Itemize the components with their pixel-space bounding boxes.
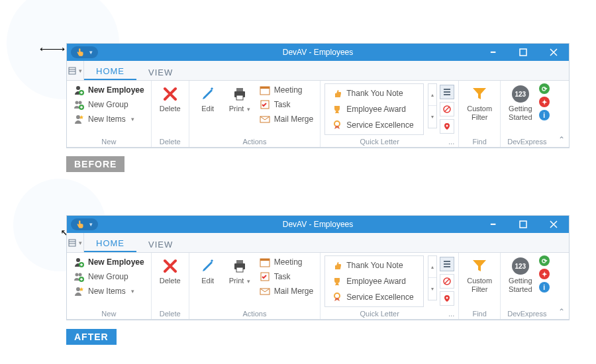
label: New Items	[88, 287, 126, 296]
gallery-item-service[interactable]: Service Excellence	[329, 118, 419, 132]
label: Started	[509, 113, 532, 121]
label: Print	[229, 277, 244, 285]
print-button[interactable]: Print ▾	[225, 83, 254, 114]
list-view-button[interactable]	[440, 257, 454, 271]
up-arrow-icon[interactable]: ▴	[428, 256, 436, 278]
gallery-item-service[interactable]: Service Excellence	[329, 291, 419, 304]
label: New Employee	[88, 257, 144, 267]
task-button[interactable]: Task	[257, 98, 316, 111]
down-arrow-icon[interactable]: ▾	[428, 278, 436, 300]
close-button[interactable]	[538, 44, 569, 61]
print-button[interactable]: Print ▾	[225, 255, 254, 287]
task-button[interactable]: Task	[257, 270, 316, 283]
label: Custom	[467, 277, 492, 285]
svg-point-4	[76, 86, 80, 90]
green-dot-icon[interactable]: ⟳	[539, 255, 550, 266]
tab-home[interactable]: HOME	[84, 62, 136, 80]
tab-view[interactable]: VIEW	[136, 236, 185, 252]
label: Getting	[509, 105, 532, 113]
gallery-item-award[interactable]: Employee Award	[329, 103, 419, 116]
map-pin-button[interactable]	[440, 291, 454, 306]
collapse-ribbon-button[interactable]: ⌃	[558, 135, 565, 144]
qat-touch-button[interactable]: ▾	[71, 218, 98, 230]
label: Task	[274, 272, 291, 281]
red-dot-icon[interactable]: ✦	[539, 269, 550, 279]
maximize-button[interactable]	[508, 44, 538, 61]
label: Mail Merge	[274, 114, 313, 124]
tab-home[interactable]: HOME	[84, 234, 136, 252]
delete-button[interactable]: Delete	[156, 255, 185, 287]
group-label: Delete	[156, 135, 185, 146]
svg-line-19	[444, 107, 450, 112]
delete-button[interactable]: Delete	[156, 83, 185, 114]
new-items-button[interactable]: New Items ▾	[71, 113, 147, 126]
gallery-item-award[interactable]: Employee Award	[329, 275, 419, 288]
green-dot-icon[interactable]: ⟳	[539, 83, 550, 94]
new-items-icon	[74, 114, 84, 124]
edit-button[interactable]: Edit	[193, 83, 223, 114]
new-employee-button[interactable]: New Employee	[71, 255, 147, 269]
overflow-label[interactable]: ...	[434, 310, 454, 318]
delete-icon	[161, 85, 179, 103]
svg-point-20	[446, 125, 448, 127]
info-dot-icon[interactable]: i	[539, 282, 550, 293]
file-button[interactable]: ▾	[67, 61, 84, 80]
label: Started	[509, 285, 532, 293]
edit-button[interactable]: Edit	[193, 255, 223, 287]
filter-none-button[interactable]	[440, 102, 454, 116]
label: Mail Merge	[274, 287, 313, 296]
new-employee-button[interactable]: New Employee	[71, 83, 147, 97]
gallery-spinner[interactable]: ▴▾	[428, 255, 437, 300]
map-pin-button[interactable]	[440, 119, 454, 134]
minimize-button[interactable]: ━	[477, 44, 508, 61]
svg-point-7	[79, 101, 82, 105]
quick-letter-gallery[interactable]: Thank You Note Employee Award Service Ex…	[324, 83, 424, 135]
up-arrow-icon[interactable]: ▴	[428, 84, 436, 106]
mail-merge-button[interactable]: Mail Merge	[257, 285, 316, 298]
tab-view[interactable]: VIEW	[136, 64, 185, 80]
label: New Group	[88, 100, 128, 109]
meeting-button[interactable]: Meeting	[257, 255, 316, 269]
titlebar[interactable]: ▾ DevAV - Employees ━	[67, 216, 569, 233]
svg-point-41	[446, 297, 448, 299]
gallery-spinner[interactable]: ▴▾	[428, 83, 437, 128]
getting-started-button[interactable]: 123 GettingStarted	[505, 83, 536, 123]
down-arrow-icon[interactable]: ▾	[428, 106, 436, 128]
info-dot-icon[interactable]: i	[539, 110, 550, 120]
gallery-item-thank-you[interactable]: Thank You Note	[329, 259, 419, 272]
task-icon	[260, 99, 270, 110]
list-view-button[interactable]	[440, 85, 454, 99]
overflow-label[interactable]: ...	[434, 138, 454, 146]
file-button[interactable]: ▾	[67, 233, 84, 252]
collapse-ribbon-button[interactable]: ⌃	[558, 307, 565, 316]
new-group-button[interactable]: New Group	[71, 270, 147, 283]
filter-none-button[interactable]	[440, 274, 454, 289]
red-dot-icon[interactable]: ✦	[539, 97, 550, 107]
label: Print	[229, 105, 244, 113]
meeting-button[interactable]: Meeting	[257, 83, 316, 97]
minimize-button[interactable]: ━	[477, 216, 508, 233]
mail-merge-button[interactable]: Mail Merge	[257, 113, 316, 126]
quick-letter-gallery[interactable]: Thank You Note Employee Award Service Ex…	[324, 255, 424, 307]
thumbs-up-icon	[332, 260, 342, 271]
after-label: AFTER	[66, 329, 117, 345]
close-button[interactable]	[538, 216, 569, 233]
titlebar[interactable]: ▾ DevAV - Employees ━	[67, 44, 569, 61]
group-label: DevExpress	[505, 135, 549, 146]
label: Filter	[472, 285, 487, 293]
new-group-button[interactable]: New Group	[71, 98, 147, 111]
chevron-down-icon: ▾	[245, 278, 250, 285]
svg-rect-14	[260, 87, 270, 89]
chevron-down-icon: ▾	[89, 49, 93, 56]
custom-filter-button[interactable]: CustomFilter	[463, 83, 496, 123]
label: Task	[274, 100, 291, 109]
label: New Items	[88, 114, 126, 124]
getting-started-button[interactable]: 123GettingStarted	[505, 255, 536, 295]
gallery-item-thank-you[interactable]: Thank You Note	[329, 87, 419, 100]
chevron-down-icon: ▾	[131, 288, 134, 295]
new-items-button[interactable]: New Items▾	[71, 285, 147, 298]
maximize-button[interactable]	[508, 216, 538, 233]
custom-filter-button[interactable]: CustomFilter	[463, 255, 496, 295]
qat-touch-button[interactable]: ▾	[71, 46, 98, 58]
calendar-icon	[260, 85, 270, 95]
